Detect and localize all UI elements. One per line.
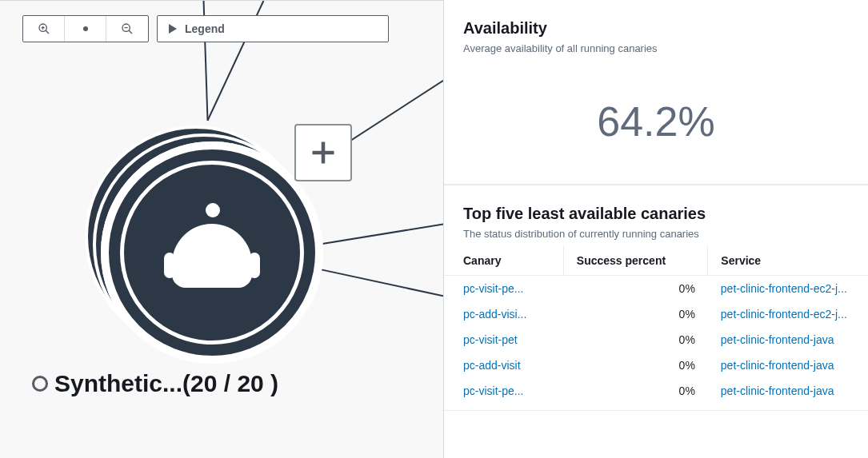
zoom-controls: [22, 15, 149, 42]
col-canary[interactable]: Canary: [444, 246, 563, 276]
svg-line-5: [129, 30, 132, 34]
svg-marker-7: [169, 24, 177, 34]
availability-metric: 64.2%: [444, 61, 868, 185]
success-percent: 0%: [563, 276, 708, 302]
service-link[interactable]: pet-clinic-frontend-java: [708, 352, 868, 378]
zoom-in-icon: [38, 22, 50, 35]
legend-label: Legend: [185, 22, 225, 35]
top-five-title: Top five least available canaries: [463, 205, 849, 223]
col-success[interactable]: Success percent: [563, 246, 708, 276]
zoom-out-button[interactable]: [106, 16, 148, 42]
play-icon: [169, 24, 177, 34]
availability-card: Availability Average availability of all…: [444, 0, 868, 185]
top-five-card: Top five least available canaries The st…: [444, 185, 868, 411]
service-link[interactable]: pet-clinic-frontend-java: [708, 378, 868, 404]
col-service[interactable]: Service: [708, 246, 868, 276]
success-percent: 0%: [563, 301, 708, 327]
canary-table: Canary Success percent Service pc-visit-…: [444, 246, 868, 404]
availability-title: Availability: [463, 19, 849, 38]
service-link[interactable]: pet-clinic-frontend-ec2-j...: [708, 276, 868, 302]
svg-line-1: [46, 30, 49, 34]
node-label: Synthetic...(20 / 20 ): [32, 370, 278, 397]
plus-icon: [309, 138, 338, 167]
zoom-in-button[interactable]: [23, 16, 65, 42]
canary-link[interactable]: pc-add-visit: [444, 352, 563, 378]
node-circle: [101, 141, 323, 364]
map-toolbar: Legend: [22, 15, 389, 42]
success-percent: 0%: [563, 378, 708, 404]
table-row: pc-visit-pet0%pet-clinic-frontend-java: [444, 327, 868, 352]
success-percent: 0%: [563, 352, 708, 378]
table-row: pc-add-visit0%pet-clinic-frontend-java: [444, 352, 868, 378]
service-link[interactable]: pet-clinic-frontend-ec2-j...: [708, 301, 868, 327]
canary-link[interactable]: pc-add-visi...: [444, 301, 563, 327]
top-five-subtitle: The status distribution of currently run…: [463, 228, 849, 240]
canary-node[interactable]: [88, 129, 320, 360]
canary-link[interactable]: pc-visit-pet: [444, 327, 563, 352]
success-percent: 0%: [563, 327, 708, 352]
node-label-text: Synthetic...(20 / 20 ): [54, 370, 278, 397]
zoom-out-icon: [121, 22, 134, 35]
zoom-reset-button[interactable]: [65, 16, 106, 42]
status-ring-icon: [32, 376, 48, 392]
canary-link[interactable]: pc-visit-pe...: [444, 378, 563, 404]
service-link[interactable]: pet-clinic-frontend-java: [708, 327, 868, 352]
table-row: pc-visit-pe...0%pet-clinic-frontend-ec2-…: [444, 276, 868, 302]
map-panel[interactable]: Legend Synthetic...(20 / 20 ): [0, 0, 444, 458]
details-panel: Availability Average availability of all…: [444, 0, 868, 458]
table-row: pc-add-visi...0%pet-clinic-frontend-ec2-…: [444, 301, 868, 327]
table-row: pc-visit-pe...0%pet-clinic-frontend-java: [444, 378, 868, 404]
canary-link[interactable]: pc-visit-pe...: [444, 276, 563, 302]
expand-node-button[interactable]: [294, 124, 352, 181]
canary-icon: [156, 197, 268, 309]
availability-subtitle: Average availability of all running cana…: [463, 42, 849, 54]
legend-button[interactable]: Legend: [157, 15, 389, 42]
dot-icon: [83, 26, 88, 31]
